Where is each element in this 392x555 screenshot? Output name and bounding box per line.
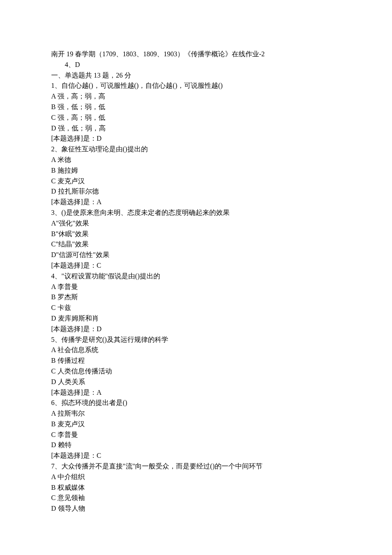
question-answer: [本题选择]是：C: [51, 451, 341, 461]
document-title: 南开 19 春学期（1709、1803、1809、1903）《传播学概论》在线作…: [51, 49, 341, 60]
section-title: 一、单选题共 13 题，26 分: [51, 70, 341, 81]
question-stem: 7、大众传播并不是直接"流"向一般受众，而是要经过()的一个中间环节: [51, 461, 341, 472]
header-sub: 4、D: [51, 60, 341, 70]
question-block: 3、()是使原来意向未明、态度未定者的态度明确起来的效果 A"强化"效果 B"休…: [51, 208, 341, 271]
question-option: A"强化"效果: [51, 218, 341, 229]
question-option: C 卡兹: [51, 303, 341, 313]
question-stem: 4、"议程设置功能"假说是由()提出的: [51, 271, 341, 282]
question-option: B 麦克卢汉: [51, 419, 341, 430]
question-block: 2、象征性互动理论是由()提出的 A 米德 B 施拉姆 C 麦克卢汉 D 拉扎斯…: [51, 144, 341, 208]
question-option: B 传播过程: [51, 356, 341, 366]
question-option: B"休眠"效果: [51, 229, 341, 240]
question-option: B 权威媒体: [51, 483, 341, 493]
question-stem: 3、()是使原来意向未明、态度未定者的态度明确起来的效果: [51, 208, 341, 218]
question-stem: 1、自信心越()，可说服性越()，自信心越()，可说服性越(): [51, 81, 341, 91]
question-option: D"信源可信性"效果: [51, 250, 341, 260]
question-option: D 人类关系: [51, 377, 341, 387]
question-option: A 拉斯韦尔: [51, 408, 341, 419]
question-option: D 麦库姆斯和肖: [51, 313, 341, 324]
question-stem: 2、象征性互动理论是由()提出的: [51, 144, 341, 155]
question-option: C"结晶"效果: [51, 239, 341, 250]
question-option: A 社会信息系统: [51, 345, 341, 356]
question-option: A 中介组织: [51, 472, 341, 483]
question-answer: [本题选择]是：C: [51, 260, 341, 271]
question-option: A 米德: [51, 155, 341, 165]
question-block: 7、大众传播并不是直接"流"向一般受众，而是要经过()的一个中间环节 A 中介组…: [51, 461, 341, 514]
question-option: D 领导人物: [51, 503, 341, 514]
question-option: C 人类信息传播活动: [51, 366, 341, 377]
question-option: C 意见领袖: [51, 493, 341, 503]
question-stem: 6、拟态环境的提出者是(): [51, 398, 341, 408]
question-option: D 拉扎斯菲尔德: [51, 186, 341, 197]
question-answer: [本题选择]是：A: [51, 387, 341, 398]
question-option: A 李普曼: [51, 282, 341, 292]
question-option: C 麦克卢汉: [51, 176, 341, 187]
question-option: D 强，低；弱，高: [51, 123, 341, 134]
question-answer: [本题选择]是：A: [51, 197, 341, 208]
question-block: 1、自信心越()，可说服性越()，自信心越()，可说服性越() A 强，高；弱，…: [51, 81, 341, 144]
question-option: D 赖特: [51, 440, 341, 451]
question-option: B 强，低；弱，低: [51, 102, 341, 113]
question-answer: [本题选择]是：D: [51, 324, 341, 335]
question-option: B 施拉姆: [51, 165, 341, 176]
question-block: 4、"议程设置功能"假说是由()提出的 A 李普曼 B 罗杰斯 C 卡兹 D 麦…: [51, 271, 341, 335]
question-option: C 强，高；弱，低: [51, 113, 341, 123]
question-option: A 强，高；弱，高: [51, 91, 341, 102]
question-stem: 5、传播学是研究()及其运行规律的科学: [51, 335, 341, 345]
question-answer: [本题选择]是：D: [51, 133, 341, 144]
question-block: 5、传播学是研究()及其运行规律的科学 A 社会信息系统 B 传播过程 C 人类…: [51, 335, 341, 398]
question-option: C 李普曼: [51, 430, 341, 440]
question-block: 6、拟态环境的提出者是() A 拉斯韦尔 B 麦克卢汉 C 李普曼 D 赖特 […: [51, 398, 341, 461]
question-option: B 罗杰斯: [51, 292, 341, 303]
